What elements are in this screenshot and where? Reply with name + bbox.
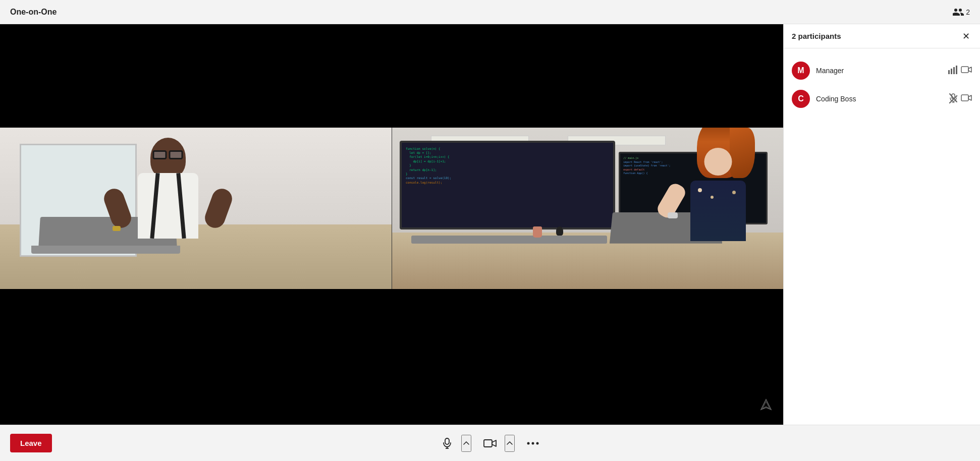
monitor-main: function solve(n) { let dp = []; for(let… [400, 141, 615, 229]
svg-rect-1 [951, 69, 952, 74]
coder-person [673, 128, 764, 244]
camera-chevron-icon [507, 441, 513, 445]
svg-rect-4 [961, 67, 968, 73]
participants-count: 2 [966, 8, 970, 16]
signal-strength-icon-manager [948, 65, 958, 76]
svg-rect-2 [953, 67, 955, 74]
manager-person [118, 138, 219, 254]
participant-name-manager: Manager [816, 67, 942, 75]
mug [533, 226, 542, 238]
participants-icon [953, 8, 964, 17]
top-bar: One-on-One 2 [0, 0, 980, 24]
coder-hair [697, 128, 740, 178]
avatar-coding-boss: C [792, 90, 810, 108]
svg-rect-0 [948, 70, 950, 74]
avatar-manager: M [792, 62, 810, 80]
coder-face [704, 148, 732, 176]
participants-count-display: 2 [953, 8, 970, 17]
camera-chevron-button[interactable] [505, 435, 515, 452]
manager-glasses [149, 150, 187, 160]
panel-title: 2 participants [792, 32, 841, 40]
more-options-button[interactable] [523, 438, 543, 449]
microphone-button[interactable] [437, 433, 457, 453]
video-top-black-bar [0, 24, 783, 128]
manager-scene [0, 128, 392, 289]
manager-watch [113, 226, 121, 231]
coder-watch [668, 212, 678, 218]
coder-scene: function solve(n) { let dp = []; for(let… [392, 128, 784, 289]
more-icon [527, 442, 539, 445]
coder-body [690, 181, 746, 241]
svg-line-8 [950, 94, 957, 102]
video-area: function solve(n) { let dp = []; for(let… [0, 24, 783, 425]
camera-icon-manager [961, 66, 972, 76]
mic-chevron-icon [463, 441, 469, 445]
mic-chevron-button[interactable] [461, 435, 471, 452]
manager-body [138, 173, 198, 239]
call-title: One-on-One [10, 8, 57, 17]
svg-point-16 [536, 442, 539, 444]
panel-header: 2 participants ✕ [784, 24, 980, 48]
video-bottom-black-bar [0, 289, 783, 425]
participant-actions-coding-boss [949, 93, 972, 105]
participants-panel: 2 participants ✕ M Manager [783, 24, 980, 425]
avatar-coding-boss-initial: C [798, 94, 804, 103]
svg-point-14 [527, 442, 530, 444]
leave-button[interactable]: Leave [10, 434, 52, 452]
video-cell-coding-boss: function solve(n) { let dp = []; for(let… [392, 128, 784, 289]
close-panel-button[interactable]: ✕ [960, 29, 972, 44]
camera-icon [483, 439, 497, 448]
keyboard [411, 236, 607, 244]
video-middle-row: function solve(n) { let dp = []; for(let… [0, 128, 783, 289]
svg-rect-13 [484, 440, 492, 447]
panel-content: M Manager [784, 48, 980, 425]
camera-icon-coding-boss [961, 94, 972, 104]
participant-row-coding-boss: C Coding Boss [792, 85, 972, 113]
camera-button[interactable] [479, 435, 501, 452]
mic-muted-icon-coding-boss [949, 93, 958, 105]
svg-rect-9 [961, 95, 968, 101]
participant-actions-manager [948, 65, 972, 76]
main-content: function solve(n) { let dp = []; for(let… [0, 24, 980, 425]
toy [556, 226, 563, 236]
svg-rect-10 [445, 438, 449, 444]
top-bar-right: 2 [953, 8, 970, 17]
signal-icon [759, 397, 773, 415]
svg-point-15 [532, 442, 534, 444]
avatar-manager-initial: M [797, 66, 804, 75]
video-cell-manager [0, 128, 392, 289]
bottom-control-bar: Leave [0, 425, 980, 461]
participant-row-manager: M Manager [792, 56, 972, 85]
mic-icon [441, 437, 453, 449]
controls-center [437, 433, 543, 453]
svg-rect-3 [956, 66, 957, 74]
participant-name-coding-boss: Coding Boss [816, 95, 943, 103]
